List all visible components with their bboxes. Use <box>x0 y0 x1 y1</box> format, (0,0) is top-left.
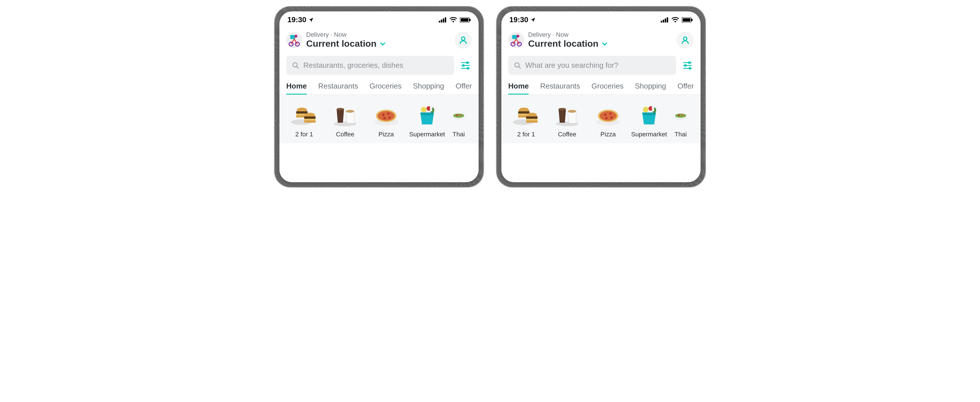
tab-home[interactable]: Home <box>286 82 307 94</box>
category-pizza[interactable]: Pizza <box>368 103 404 138</box>
status-right <box>661 17 693 23</box>
coffee-icon <box>329 103 361 128</box>
category-label: Supermarket <box>631 131 667 138</box>
battery-icon <box>682 18 693 22</box>
tab-label: Home <box>286 82 307 90</box>
tab-bar: Home Restaurants Groceries Shopping Offe… <box>280 79 479 95</box>
status-left: 19:30 <box>287 15 314 24</box>
search-placeholder: What are you searching for? <box>525 61 618 70</box>
tab-restaurants[interactable]: Restaurants <box>540 82 580 94</box>
location-selector[interactable]: Current location <box>528 38 673 49</box>
category-thai[interactable]: Thai <box>672 103 689 138</box>
category-label: Pizza <box>600 131 616 138</box>
account-button[interactable] <box>455 32 472 49</box>
category-2for1[interactable]: 2 for 1 <box>508 103 544 138</box>
svg-rect-19 <box>462 64 465 67</box>
status-time: 19:30 <box>509 15 528 24</box>
phone-frame: 19:30 <box>501 11 700 182</box>
grocery-bag-icon <box>412 103 443 128</box>
svg-point-11 <box>294 35 298 38</box>
chevron-down-icon <box>379 40 386 47</box>
delivery-mode-label: Delivery · Now <box>528 31 673 38</box>
svg-point-35 <box>387 112 390 115</box>
tab-label: Restaurants <box>540 82 580 90</box>
svg-rect-64 <box>688 62 690 64</box>
phone-frame: 19:30 <box>280 11 479 182</box>
svg-point-29 <box>337 108 344 110</box>
bowl-icon <box>672 103 689 128</box>
category-pizza[interactable]: Pizza <box>590 103 626 138</box>
tab-label: Offer <box>678 82 694 90</box>
svg-rect-27 <box>304 120 315 123</box>
tab-restaurants[interactable]: Restaurants <box>318 82 358 94</box>
svg-rect-3 <box>445 18 446 22</box>
svg-rect-1 <box>441 20 442 22</box>
svg-rect-2 <box>443 19 444 22</box>
svg-rect-25 <box>304 116 315 119</box>
svg-point-82 <box>610 116 612 119</box>
svg-rect-0 <box>439 21 440 22</box>
tab-shopping[interactable]: Shopping <box>635 82 666 94</box>
svg-rect-47 <box>663 20 664 22</box>
filter-button[interactable] <box>681 59 694 72</box>
svg-rect-87 <box>652 106 654 111</box>
location-selector[interactable]: Current location <box>306 38 451 49</box>
category-strip[interactable]: 2 for 1 Coffee Pizza Supermarket <box>280 95 479 143</box>
category-strip[interactable]: 2 for 1 Coffee Pizza Supermarket <box>501 95 700 143</box>
svg-point-79 <box>600 111 617 121</box>
svg-rect-20 <box>467 67 469 69</box>
tab-groceries[interactable]: Groceries <box>369 82 401 94</box>
location-arrow-icon <box>308 17 314 23</box>
tab-groceries[interactable]: Groceries <box>591 82 624 94</box>
svg-point-38 <box>421 107 426 112</box>
tab-label: Groceries <box>591 82 624 90</box>
tab-offers[interactable]: Offer <box>455 82 472 94</box>
category-supermarket[interactable]: Supermarket <box>631 103 667 138</box>
tab-label: Groceries <box>369 82 401 90</box>
category-supermarket[interactable]: Supermarket <box>409 103 445 138</box>
burger-icon <box>511 103 542 128</box>
svg-line-60 <box>519 66 520 68</box>
svg-point-30 <box>346 110 354 113</box>
category-2for1[interactable]: 2 for 1 <box>286 103 322 138</box>
search-row: What are you searching for? <box>501 52 700 79</box>
category-coffee[interactable]: Coffee <box>549 103 585 138</box>
svg-point-4 <box>453 21 454 22</box>
tab-shopping[interactable]: Shopping <box>413 82 444 94</box>
tab-label: Shopping <box>413 82 444 90</box>
account-button[interactable] <box>677 32 694 49</box>
category-label: Coffee <box>558 131 576 138</box>
wifi-icon <box>671 17 679 23</box>
tab-label: Home <box>508 82 529 90</box>
category-label: 2 for 1 <box>295 131 313 138</box>
tab-bar: Home Restaurants Groceries Shopping Offe… <box>501 79 700 95</box>
tab-home[interactable]: Home <box>508 82 529 94</box>
search-placeholder: Restaurants, groceries, dishes <box>303 61 403 70</box>
svg-rect-73 <box>526 120 538 123</box>
search-input[interactable]: Restaurants, groceries, dishes <box>286 56 454 75</box>
status-bar: 19:30 <box>280 11 479 26</box>
svg-rect-7 <box>469 19 471 21</box>
filter-button[interactable] <box>459 59 472 72</box>
svg-point-44 <box>456 115 458 116</box>
svg-rect-26 <box>304 119 315 120</box>
tab-label: Offer <box>455 82 472 90</box>
phone-variant-b: 19:30 <box>501 11 700 182</box>
category-label: Coffee <box>336 131 354 138</box>
category-label: 2 for 1 <box>517 131 535 138</box>
location-name: Current location <box>528 38 598 49</box>
search-input[interactable]: What are you searching for? <box>508 56 676 75</box>
category-coffee[interactable]: Coffee <box>327 103 363 138</box>
category-label: Supermarket <box>409 131 445 138</box>
bowl-icon <box>450 103 467 128</box>
category-thai[interactable]: Thai <box>450 103 467 138</box>
location-name: Current location <box>306 38 377 49</box>
brand-rider-icon <box>286 32 302 48</box>
tab-offers[interactable]: Offer <box>678 82 694 94</box>
sliders-icon <box>682 61 692 70</box>
svg-point-37 <box>383 117 385 119</box>
pizza-icon <box>371 103 402 128</box>
tab-label: Restaurants <box>318 82 358 90</box>
chevron-down-icon <box>601 40 608 47</box>
svg-point-45 <box>460 114 461 116</box>
